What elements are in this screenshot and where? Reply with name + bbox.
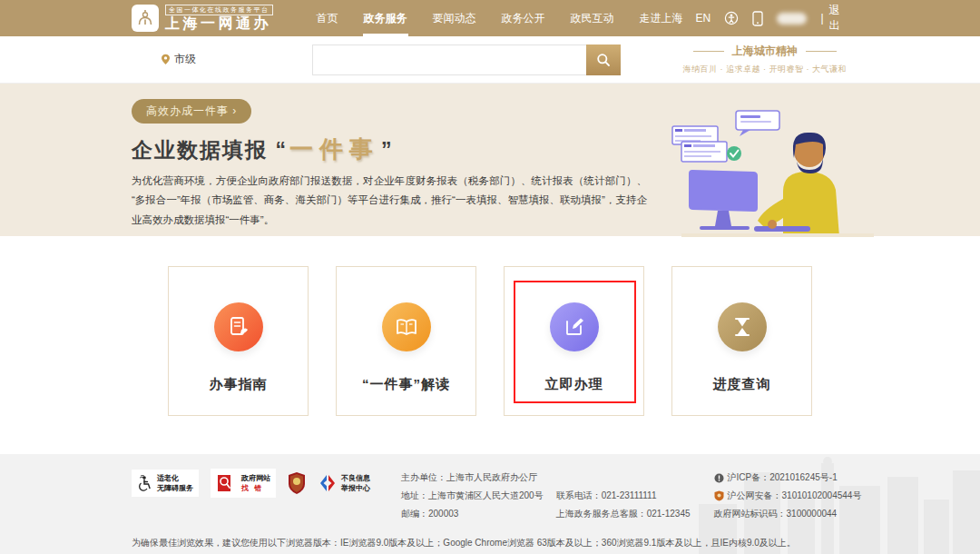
logout-button[interactable]: 退出 [829, 3, 848, 34]
region-selector[interactable]: 市级 [161, 52, 196, 67]
platform-tagline: 全国一体化在线政务服务平台 [165, 5, 273, 15]
icp-number[interactable]: 沪ICP备：2021016245号-1 [728, 469, 838, 487]
accessibility-service-badge[interactable]: 适老化 无障碍服务 [132, 470, 199, 497]
site-logo-icon [132, 5, 159, 32]
city-spirit-title: 上海城市精神 [732, 44, 798, 59]
nav-interaction[interactable]: 政民互动 [558, 0, 627, 36]
hourglass-icon [718, 302, 767, 351]
wheelchair-icon [137, 475, 153, 491]
badge-line: 找 错 [241, 483, 270, 493]
footer-contact-info: 联系电话：021-23111111 上海政务服务总客服：021-12345 [556, 487, 691, 523]
postcode: 邮编：200003 [401, 505, 544, 523]
phone: 联系电话：021-23111111 [556, 487, 691, 505]
card-label: 进度查询 [713, 376, 771, 393]
city-spirit-block: 上海城市精神 海纳百川 · 追求卓越 · 开明睿智 · 大气谦和 [683, 44, 848, 75]
security-badge-icon [714, 490, 724, 501]
accessibility-icon[interactable] [724, 11, 739, 25]
badge-line: 政府网站 [241, 473, 270, 483]
bad-info-report-badge[interactable]: 不良信息 举报中心 [318, 473, 370, 493]
search-icon [596, 53, 611, 67]
badge-line: 无障碍服务 [157, 483, 193, 493]
footer-org-info: 主办单位：上海市人民政府办公厅 地址：上海市黄浦区人民大道200号 邮编：200… [401, 469, 544, 523]
main-nav: 首页 政务服务 要闻动态 政务公开 政民互动 走进上海 [304, 0, 696, 36]
mobile-app-icon[interactable] [752, 11, 763, 26]
card-progress-inquiry[interactable]: 进度查询 [671, 266, 812, 416]
nav-gov-services[interactable]: 政务服务 [351, 0, 420, 36]
efficient-onething-badge[interactable]: 高效办成一件事 › [132, 99, 251, 124]
edit-icon [550, 302, 599, 351]
gov-emblem-badge[interactable] [288, 471, 306, 495]
site-logo[interactable]: 全国一体化在线政务服务平台 上海一网通办 [132, 5, 273, 32]
service-description: 为优化营商环境，方便企业向政府部门报送数据，对企业年度财务报表（税务部门）、统计… [132, 172, 647, 230]
username-redacted[interactable] [777, 13, 807, 25]
nav-gov-open[interactable]: 政务公开 [489, 0, 558, 36]
gov-site-error-badge[interactable]: 政府网站 找 错 [211, 469, 276, 498]
browser-compatibility-note: 为确保最佳浏览效果，建议您使用以下浏览器版本：IE浏览器9.0版本及以上；Goo… [132, 537, 848, 549]
report-center-icon [318, 473, 338, 493]
security-number[interactable]: 沪公网安备：31010102004544号 [728, 487, 862, 505]
location-pin-icon [161, 54, 171, 65]
card-onething-interpretation[interactable]: “一件事”解读 [336, 266, 476, 416]
icp-icon [714, 473, 724, 483]
city-spirit-text: 海纳百川 · 追求卓越 · 开明睿智 · 大气谦和 [683, 64, 848, 75]
search-bar-row: 市级 上海城市精神 海纳百川 · 追求卓越 · 开明睿智 · 大气谦和 [0, 36, 980, 84]
banner-illustration [645, 108, 874, 237]
site-title: 上海一网通办 [165, 15, 273, 32]
hero-banner: 高效办成一件事 › 企业数据填报 “一件事” 为优化营商环境，方便企业向政府部门… [0, 84, 980, 236]
address: 地址：上海市黄浦区人民大道200号 [401, 487, 544, 505]
footer: 适老化 无障碍服务 政府网站 找 错 [0, 454, 980, 554]
top-header-bar: 全国一体化在线政务服务平台 上海一网通办 首页 政务服务 要闻动态 政务公开 政… [0, 0, 980, 36]
footer-registration-info: 沪ICP备：2021016245号-1 沪公网安备：31010102004544… [714, 469, 862, 523]
organizer: 主办单位：上海市人民政府办公厅 [401, 469, 544, 487]
nav-about-shanghai[interactable]: 走进上海 [627, 0, 696, 36]
card-label: 办事指南 [210, 376, 268, 393]
find-error-icon [216, 472, 238, 494]
book-icon [382, 302, 431, 351]
badge-line: 举报中心 [341, 483, 370, 493]
card-label: “一件事”解读 [362, 376, 450, 393]
guide-icon [214, 302, 263, 351]
lang-switch-en[interactable]: EN [696, 12, 711, 25]
dash-right [806, 51, 837, 52]
nav-news[interactable]: 要闻动态 [420, 0, 489, 36]
search-button[interactable] [586, 45, 621, 75]
dash-left [693, 51, 724, 52]
hotline: 上海政务服务总客服：021-12345 [556, 505, 691, 523]
card-label: 立即办理 [545, 376, 603, 393]
card-apply-now[interactable]: 立即办理 [504, 266, 644, 416]
title-highlight: 一件事 [289, 135, 379, 163]
region-label: 市级 [174, 52, 196, 67]
card-service-guide[interactable]: 办事指南 [168, 266, 309, 416]
nav-home[interactable]: 首页 [304, 0, 351, 36]
shield-emblem-icon [288, 471, 306, 495]
site-code: 政府网站标识码：3100000044 [714, 505, 862, 523]
badge-line: 适老化 [157, 473, 193, 483]
logout-divider: | [820, 12, 823, 25]
action-cards: 办事指南 “一件事”解读 立即办理 [0, 266, 980, 416]
badge-line: 不良信息 [341, 473, 370, 483]
search-input[interactable] [312, 45, 586, 75]
